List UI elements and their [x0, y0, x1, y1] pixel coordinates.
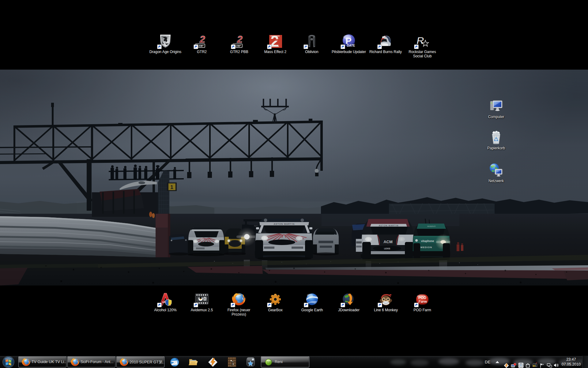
svg-text:DATE: DATE: [347, 44, 355, 47]
svg-text:2: 2: [237, 34, 243, 45]
svg-text:Farm: Farm: [418, 299, 427, 304]
svg-text:M: M: [533, 365, 535, 367]
svg-text:2: 2: [199, 34, 205, 45]
svg-text:5: 5: [231, 359, 234, 367]
